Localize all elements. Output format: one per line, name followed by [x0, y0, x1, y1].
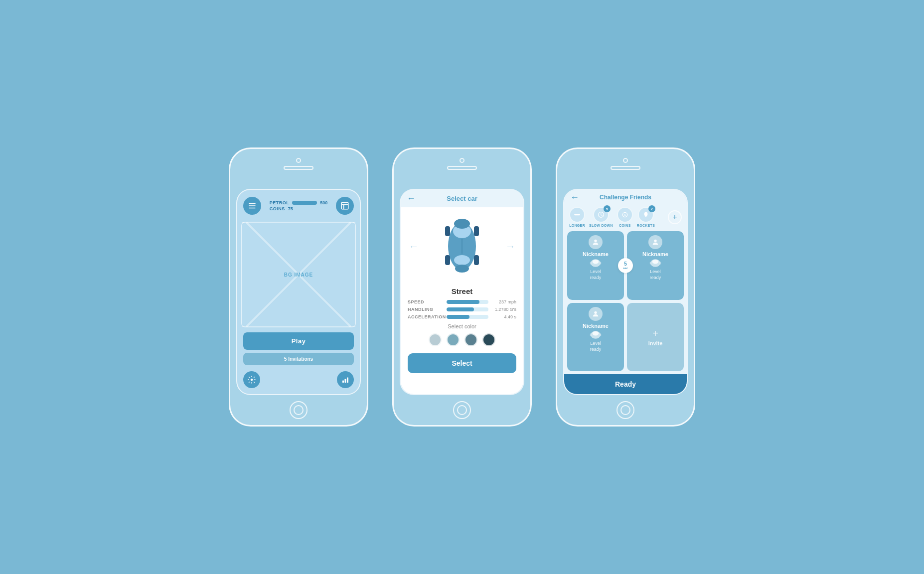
player-card-3[interactable]: Nickname Level ready	[567, 303, 624, 372]
p1-buttons: Play 5 Invitations	[241, 329, 356, 368]
powerup-rockets-circle[interactable]: 2	[638, 207, 654, 223]
speed-stat: SPEED 237 mph	[408, 299, 516, 304]
powerup-rockets-label: ROCKETS	[637, 224, 655, 227]
phone-1-home[interactable]	[290, 401, 308, 419]
player-card-2[interactable]: Nickname Level ready	[627, 231, 684, 300]
bg-image-label: BG IMAGE	[284, 272, 313, 278]
powerup-slowdown-circle[interactable]: 5	[593, 207, 609, 223]
petrol-stat: PETROL 500	[270, 200, 328, 205]
add-powerup-button[interactable]: +	[668, 210, 682, 224]
player-3-avatar	[589, 307, 603, 321]
ready-button[interactable]: Ready	[564, 374, 687, 394]
powerup-longer-label: LONGER	[569, 224, 585, 227]
p2-car-area: ←	[405, 211, 519, 281]
select-car-button[interactable]: Select	[408, 353, 516, 373]
petrol-label: PETROL	[270, 200, 290, 205]
coins-value: 75	[288, 206, 293, 211]
svg-rect-1	[249, 205, 256, 206]
handling-fill	[447, 307, 474, 311]
powerup-rockets: 2 ROCKETS	[637, 207, 655, 227]
svg-point-13	[454, 219, 470, 229]
timer-sec-label: sec	[623, 267, 628, 270]
svg-rect-15	[445, 226, 450, 236]
accel-fill	[447, 315, 469, 319]
settings-button[interactable]	[243, 371, 260, 388]
invite-card[interactable]: + Invite	[627, 303, 684, 372]
p1-stats: PETROL 500 COINS 75	[270, 200, 328, 211]
phone-2-home-inner	[457, 405, 467, 415]
shop-icon-button[interactable]	[336, 197, 354, 215]
player-1-avatar	[589, 235, 603, 249]
player-3-car	[589, 330, 603, 340]
color-medium-dark[interactable]	[464, 333, 477, 346]
phone-2-side-right	[531, 209, 532, 225]
accel-value: 4.49 s	[491, 314, 516, 319]
player-card-1[interactable]: Nickname Level ready 5 sec	[567, 231, 624, 300]
accel-bar	[447, 315, 488, 319]
menu-icon-button[interactable]	[243, 197, 261, 215]
powerup-coins: $ COINS	[617, 207, 633, 227]
svg-rect-31	[650, 262, 651, 265]
invitations-button[interactable]: 5 Invitations	[243, 353, 354, 365]
svg-point-12	[454, 255, 470, 265]
play-button[interactable]: Play	[243, 332, 354, 350]
phone-1-top	[230, 158, 367, 170]
phone-2-camera	[460, 158, 464, 163]
player-2-status: ready	[650, 275, 661, 280]
powerup-coins-circle[interactable]: $	[617, 207, 633, 223]
p2-content: ← Select car ←	[401, 190, 523, 394]
phone-1-side-right	[367, 209, 368, 225]
invite-label: Invite	[648, 340, 663, 346]
p2-header: ← Select car	[401, 190, 523, 207]
color-light[interactable]	[429, 333, 442, 346]
svg-point-35	[593, 331, 599, 335]
p2-next-car[interactable]: →	[505, 241, 515, 252]
player-1-nickname: Nickname	[583, 251, 609, 257]
phone-2: ← Select car ←	[392, 147, 532, 427]
timer-number: 5	[624, 262, 627, 267]
svg-rect-20	[574, 214, 580, 215]
phone-3-home[interactable]	[616, 401, 634, 419]
phone-1-camera	[296, 158, 301, 163]
speed-fill	[447, 300, 479, 304]
phone-1: PETROL 500 COINS 75 B	[229, 147, 368, 427]
svg-rect-9	[347, 378, 348, 383]
powerup-slowdown: 5 SLOW DOWN	[589, 207, 613, 227]
p2-color-section: Select color	[401, 319, 523, 350]
p2-car-name: Street	[401, 287, 523, 295]
stats-button[interactable]	[337, 371, 354, 388]
phone-1-speaker	[284, 166, 313, 170]
powerup-longer-circle[interactable]	[569, 207, 585, 223]
p1-content: PETROL 500 COINS 75 B	[237, 190, 360, 394]
svg-rect-3	[341, 202, 348, 209]
handling-stat: HANDLING 1.2780 G's	[408, 307, 516, 312]
powerup-rockets-badge: 2	[648, 205, 655, 212]
phone-3-top	[557, 158, 694, 170]
svg-point-14	[455, 265, 469, 273]
p2-stats: SPEED 237 mph HANDLING 1.2780 G's	[401, 299, 523, 319]
player-2-nickname: Nickname	[642, 251, 668, 257]
color-label: Select color	[408, 323, 516, 329]
svg-rect-8	[345, 379, 346, 383]
player-3-level: Level	[590, 341, 601, 346]
p2-back-button[interactable]: ←	[407, 193, 416, 204]
p2-prev-car[interactable]: ←	[409, 241, 419, 252]
p2-colors	[408, 333, 516, 346]
invite-icon: +	[652, 328, 658, 339]
powerup-slowdown-label: SLOW DOWN	[589, 224, 613, 227]
color-dark[interactable]	[482, 333, 495, 346]
p3-players-grid: Nickname Level ready 5 sec	[564, 231, 687, 371]
svg-rect-16	[445, 255, 450, 265]
phone-3-home-inner	[620, 405, 630, 415]
color-medium-light[interactable]	[447, 333, 460, 346]
player-2-car	[648, 258, 662, 268]
accel-label: ACCELERATION	[408, 314, 444, 319]
p3-title: Challenge Friends	[600, 194, 651, 201]
phone-3-side-right	[694, 209, 695, 225]
phone-2-home[interactable]	[453, 401, 471, 419]
speed-value: 237 mph	[491, 299, 516, 304]
powerup-coins-label: COINS	[619, 224, 631, 227]
player-1-car	[589, 258, 603, 268]
petrol-value: 500	[320, 200, 327, 205]
p3-back-button[interactable]: ←	[570, 192, 579, 203]
